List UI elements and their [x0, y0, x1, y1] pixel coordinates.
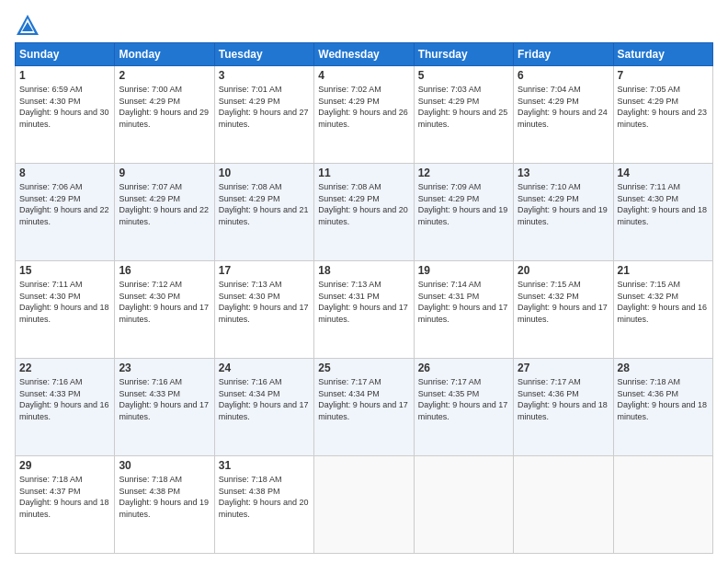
- day-number: 26: [418, 362, 509, 374]
- logo: [15, 13, 44, 39]
- day-number: 24: [219, 362, 310, 374]
- day-info: Sunrise: 7:02 AMSunset: 4:29 PMDaylight:…: [318, 85, 408, 129]
- day-info: Sunrise: 7:08 AMSunset: 4:29 PMDaylight:…: [318, 182, 408, 226]
- day-info: Sunrise: 7:13 AMSunset: 4:31 PMDaylight:…: [318, 280, 408, 324]
- day-info: Sunrise: 7:18 AMSunset: 4:38 PMDaylight:…: [219, 475, 309, 519]
- day-number: 12: [418, 167, 509, 179]
- day-number: 25: [318, 362, 409, 374]
- day-info: Sunrise: 7:14 AMSunset: 4:31 PMDaylight:…: [418, 280, 508, 324]
- day-cell: 6Sunrise: 7:04 AMSunset: 4:29 PMDaylight…: [514, 66, 613, 164]
- day-cell: [514, 456, 613, 554]
- day-info: Sunrise: 7:03 AMSunset: 4:29 PMDaylight:…: [418, 85, 508, 129]
- day-info: Sunrise: 7:01 AMSunset: 4:29 PMDaylight:…: [219, 85, 309, 129]
- day-cell: 20Sunrise: 7:15 AMSunset: 4:32 PMDayligh…: [514, 261, 613, 359]
- week-row-3: 15Sunrise: 7:11 AMSunset: 4:30 PMDayligh…: [16, 261, 713, 359]
- day-cell: [613, 456, 712, 554]
- day-info: Sunrise: 7:15 AMSunset: 4:32 PMDaylight:…: [618, 280, 708, 324]
- day-number: 6: [518, 69, 609, 82]
- day-number: 23: [119, 362, 210, 374]
- weekday-header-thursday: Thursday: [414, 43, 513, 66]
- day-cell: 11Sunrise: 7:08 AMSunset: 4:29 PMDayligh…: [314, 164, 414, 261]
- day-cell: 22Sunrise: 7:16 AMSunset: 4:33 PMDayligh…: [16, 359, 115, 456]
- day-cell: 31Sunrise: 7:18 AMSunset: 4:38 PMDayligh…: [214, 456, 313, 554]
- day-cell: 29Sunrise: 7:18 AMSunset: 4:37 PMDayligh…: [16, 456, 115, 554]
- day-number: 17: [219, 264, 310, 277]
- week-row-5: 29Sunrise: 7:18 AMSunset: 4:37 PMDayligh…: [16, 456, 713, 554]
- day-info: Sunrise: 7:11 AMSunset: 4:30 PMDaylight:…: [618, 182, 708, 226]
- day-cell: 18Sunrise: 7:13 AMSunset: 4:31 PMDayligh…: [314, 261, 414, 359]
- day-cell: 28Sunrise: 7:18 AMSunset: 4:36 PMDayligh…: [613, 359, 712, 456]
- day-number: 11: [318, 167, 409, 179]
- day-number: 29: [19, 459, 110, 472]
- day-cell: 21Sunrise: 7:15 AMSunset: 4:32 PMDayligh…: [613, 261, 712, 359]
- day-number: 10: [219, 167, 310, 179]
- day-info: Sunrise: 7:18 AMSunset: 4:38 PMDaylight:…: [119, 475, 209, 519]
- day-number: 8: [19, 167, 110, 179]
- day-cell: 1Sunrise: 6:59 AMSunset: 4:30 PMDaylight…: [16, 66, 115, 164]
- day-info: Sunrise: 7:06 AMSunset: 4:29 PMDaylight:…: [19, 182, 109, 226]
- day-number: 22: [19, 362, 110, 374]
- day-cell: [314, 456, 414, 554]
- day-cell: 13Sunrise: 7:10 AMSunset: 4:29 PMDayligh…: [514, 164, 613, 261]
- day-number: 4: [318, 69, 409, 82]
- day-cell: 25Sunrise: 7:17 AMSunset: 4:34 PMDayligh…: [314, 359, 414, 456]
- day-info: Sunrise: 7:17 AMSunset: 4:35 PMDaylight:…: [418, 377, 508, 421]
- day-info: Sunrise: 7:11 AMSunset: 4:30 PMDaylight:…: [19, 280, 109, 324]
- page: SundayMondayTuesdayWednesdayThursdayFrid…: [0, 0, 728, 563]
- day-cell: 10Sunrise: 7:08 AMSunset: 4:29 PMDayligh…: [214, 164, 313, 261]
- weekday-header-row: SundayMondayTuesdayWednesdayThursdayFrid…: [16, 43, 713, 66]
- day-info: Sunrise: 7:07 AMSunset: 4:29 PMDaylight:…: [119, 182, 209, 226]
- day-cell: 19Sunrise: 7:14 AMSunset: 4:31 PMDayligh…: [414, 261, 513, 359]
- weekday-header-sunday: Sunday: [16, 43, 115, 66]
- day-cell: 27Sunrise: 7:17 AMSunset: 4:36 PMDayligh…: [514, 359, 613, 456]
- day-info: Sunrise: 7:08 AMSunset: 4:29 PMDaylight:…: [219, 182, 309, 226]
- day-cell: 15Sunrise: 7:11 AMSunset: 4:30 PMDayligh…: [16, 261, 115, 359]
- day-number: 13: [518, 167, 609, 179]
- day-cell: 4Sunrise: 7:02 AMSunset: 4:29 PMDaylight…: [314, 66, 414, 164]
- day-cell: 23Sunrise: 7:16 AMSunset: 4:33 PMDayligh…: [115, 359, 214, 456]
- calendar: SundayMondayTuesdayWednesdayThursdayFrid…: [15, 42, 713, 554]
- weekday-header-friday: Friday: [514, 43, 613, 66]
- day-cell: 2Sunrise: 7:00 AMSunset: 4:29 PMDaylight…: [115, 66, 214, 164]
- day-number: 2: [119, 69, 210, 82]
- day-number: 18: [318, 264, 409, 277]
- day-number: 27: [518, 362, 609, 374]
- day-number: 7: [618, 69, 709, 82]
- day-number: 1: [19, 69, 110, 82]
- day-info: Sunrise: 7:04 AMSunset: 4:29 PMDaylight:…: [518, 85, 608, 129]
- day-cell: 24Sunrise: 7:16 AMSunset: 4:34 PMDayligh…: [214, 359, 313, 456]
- day-number: 14: [618, 167, 709, 179]
- day-cell: 8Sunrise: 7:06 AMSunset: 4:29 PMDaylight…: [16, 164, 115, 261]
- weekday-header-monday: Monday: [115, 43, 214, 66]
- weekday-header-saturday: Saturday: [613, 43, 712, 66]
- weekday-header-wednesday: Wednesday: [314, 43, 414, 66]
- day-number: 5: [418, 69, 509, 82]
- day-number: 9: [119, 167, 210, 179]
- day-info: Sunrise: 7:16 AMSunset: 4:33 PMDaylight:…: [119, 377, 209, 421]
- day-number: 15: [19, 264, 110, 277]
- day-info: Sunrise: 7:18 AMSunset: 4:36 PMDaylight:…: [618, 377, 708, 421]
- day-info: Sunrise: 7:16 AMSunset: 4:33 PMDaylight:…: [19, 377, 109, 421]
- day-info: Sunrise: 6:59 AMSunset: 4:30 PMDaylight:…: [19, 85, 109, 129]
- day-info: Sunrise: 7:10 AMSunset: 4:29 PMDaylight:…: [518, 182, 608, 226]
- day-number: 21: [618, 264, 709, 277]
- day-info: Sunrise: 7:05 AMSunset: 4:29 PMDaylight:…: [618, 85, 708, 129]
- day-number: 3: [219, 69, 310, 82]
- day-cell: 16Sunrise: 7:12 AMSunset: 4:30 PMDayligh…: [115, 261, 214, 359]
- day-cell: 26Sunrise: 7:17 AMSunset: 4:35 PMDayligh…: [414, 359, 513, 456]
- day-number: 28: [618, 362, 709, 374]
- day-number: 20: [518, 264, 609, 277]
- day-cell: 7Sunrise: 7:05 AMSunset: 4:29 PMDaylight…: [613, 66, 712, 164]
- day-cell: 9Sunrise: 7:07 AMSunset: 4:29 PMDaylight…: [115, 164, 214, 261]
- day-cell: 30Sunrise: 7:18 AMSunset: 4:38 PMDayligh…: [115, 456, 214, 554]
- day-number: 16: [119, 264, 210, 277]
- day-cell: 12Sunrise: 7:09 AMSunset: 4:29 PMDayligh…: [414, 164, 513, 261]
- week-row-4: 22Sunrise: 7:16 AMSunset: 4:33 PMDayligh…: [16, 359, 713, 456]
- header: [15, 9, 713, 39]
- day-info: Sunrise: 7:18 AMSunset: 4:37 PMDaylight:…: [19, 475, 109, 519]
- day-info: Sunrise: 7:15 AMSunset: 4:32 PMDaylight:…: [518, 280, 608, 324]
- week-row-1: 1Sunrise: 6:59 AMSunset: 4:30 PMDaylight…: [16, 66, 713, 164]
- day-cell: 5Sunrise: 7:03 AMSunset: 4:29 PMDaylight…: [414, 66, 513, 164]
- day-cell: 17Sunrise: 7:13 AMSunset: 4:30 PMDayligh…: [214, 261, 313, 359]
- day-info: Sunrise: 7:09 AMSunset: 4:29 PMDaylight:…: [418, 182, 508, 226]
